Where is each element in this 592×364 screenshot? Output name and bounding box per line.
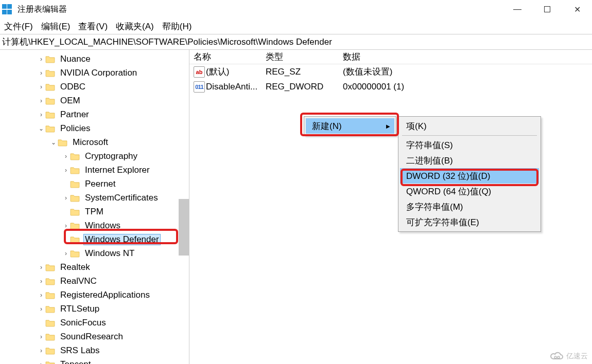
tree-scrollbar[interactable] [179,199,189,256]
context-menu-new: 新建(N) ▶ [304,116,396,136]
chevron-right-icon[interactable]: › [62,250,70,257]
titlebar: 注册表编辑器 — ✕ [0,0,592,19]
chevron-right-icon[interactable]: › [37,292,45,299]
chevron-right-icon[interactable]: › [37,56,45,63]
chevron-right-icon[interactable]: › [62,222,70,229]
tree-node[interactable]: ›Peernet [0,177,189,191]
tree-node[interactable]: ›RegisteredApplications [0,288,189,302]
chevron-right-icon[interactable]: › [62,167,70,174]
submenu-item[interactable]: QWORD (64 位)值(Q) [400,184,539,199]
folder-icon [70,166,80,174]
tree-node[interactable]: ›ODBC [0,80,189,94]
tree-node[interactable]: ›Windows [0,219,189,232]
chevron-right-icon[interactable]: › [37,305,45,313]
submenu-item-label: 多字符串值(M) [406,201,463,213]
col-header-name[interactable]: 名称 [189,51,262,63]
submenu-item[interactable]: 字符串值(S) [400,137,539,153]
folder-icon [45,111,56,119]
tree-node-label: RegisteredApplications [59,290,151,300]
tree-node[interactable]: ›Windows Defender [0,232,189,246]
tree-node[interactable]: ›RealVNC [0,274,189,288]
chevron-right-icon[interactable]: › [37,97,45,104]
tree-node[interactable]: ›RTLSetup [0,302,189,316]
tree-node-label: SRS Labs [59,345,101,356]
tree-node-label: Internet Explorer [83,165,151,175]
tree-node[interactable]: ›OEM [0,94,189,107]
chevron-right-icon[interactable]: › [62,153,70,160]
tree-node-label: Cryptography [83,151,139,161]
folder-icon [45,319,56,327]
folder-icon [70,249,80,258]
menubar: 文件(F) 编辑(E) 查看(V) 收藏夹(A) 帮助(H) [0,19,592,34]
tree-node[interactable]: ›Tencent [0,357,189,364]
chevron-right-icon[interactable]: › [37,333,45,340]
tree-node-label: Windows Defender [83,234,161,245]
submenu-item-label: 字符串值(S) [406,139,453,151]
submenu-item-label: DWORD (32 位)值(D) [406,170,490,182]
chevron-down-icon[interactable]: ⌄ [37,125,45,132]
submenu-item[interactable]: 多字符串值(M) [400,199,539,214]
chevron-right-icon[interactable]: › [37,69,45,77]
tree-node[interactable]: ›Cryptography [0,149,189,163]
list-row[interactable]: ab(默认)REG_SZ(数值未设置) [189,64,592,79]
tree-node[interactable]: ›Partner [0,107,189,121]
tree-node[interactable]: ›Internet Explorer [0,163,189,177]
tree-node[interactable]: ›NVIDIA Corporation [0,66,189,80]
submenu-item[interactable]: 二进制值(B) [400,153,539,168]
tree-node[interactable]: ›SystemCertificates [0,191,189,205]
tree-node-label: SystemCertificates [83,193,160,203]
context-menu-new-submenu: 项(K)字符串值(S)二进制值(B)DWORD (32 位)值(D)QWORD … [398,116,541,232]
submenu-item[interactable]: DWORD (32 位)值(D) [400,168,539,184]
chevron-right-icon[interactable]: › [37,361,45,365]
menu-favorites[interactable]: 收藏夹(A) [116,21,154,32]
context-menu-item-new[interactable]: 新建(N) ▶ [306,118,394,134]
col-header-data[interactable]: 数据 [339,51,592,63]
submenu-item[interactable]: 项(K) [400,118,539,134]
col-header-type[interactable]: 类型 [262,51,339,63]
tree-node[interactable]: ›TPM [0,205,189,219]
registry-tree: ›Nuance›NVIDIA Corporation›ODBC›OEM›Part… [0,50,189,364]
folder-icon [70,180,80,188]
menu-edit[interactable]: 编辑(E) [41,21,71,32]
list-row[interactable]: 011DisableAnti...REG_DWORD0x00000001 (1) [189,79,592,94]
chevron-right-icon[interactable]: › [37,278,45,285]
chevron-down-icon[interactable]: ⌄ [49,139,58,146]
address-bar[interactable]: 计算机\HKEY_LOCAL_MACHINE\SOFTWARE\Policies… [0,34,592,50]
submenu-item-label: 项(K) [406,120,427,132]
close-button[interactable]: ✕ [562,0,592,19]
chevron-right-icon[interactable]: › [37,111,45,118]
menu-help[interactable]: 帮助(H) [162,21,192,32]
app-icon [2,4,12,14]
chevron-right-icon: ▶ [386,123,390,129]
tree-node[interactable]: ›Realtek [0,260,189,274]
submenu-item[interactable]: 可扩充字符串值(E) [400,214,539,230]
minimize-button[interactable]: — [502,0,532,19]
svg-point-0 [554,356,556,358]
window-title: 注册表编辑器 [18,4,67,15]
chevron-right-icon[interactable]: › [62,194,70,202]
cloud-icon [550,352,564,361]
tree-node-label: Peernet [83,179,117,189]
folder-icon [45,347,56,355]
folder-icon [45,83,56,91]
tree-node[interactable]: ›Windows NT [0,246,189,260]
chevron-right-icon[interactable]: › [37,347,45,354]
tree-node[interactable]: ›SRS Labs [0,343,189,357]
tree-node[interactable]: ›SonicFocus [0,316,189,330]
binary-value-icon: 011 [194,81,205,93]
chevron-right-icon[interactable]: › [37,264,45,271]
folder-icon [70,194,80,202]
maximize-button[interactable] [532,0,562,19]
tree-node[interactable]: ⌄Microsoft [0,135,189,149]
tree-node-label: RealVNC [59,276,98,286]
menu-view[interactable]: 查看(V) [78,21,108,32]
folder-icon [45,97,56,105]
tree-node[interactable]: ⌄Policies [0,121,189,135]
value-name: DisableAnti... [206,82,257,92]
chevron-right-icon[interactable]: › [37,83,45,90]
tree-node[interactable]: ›Nuance [0,52,189,66]
tree-node[interactable]: ›SoundResearch [0,330,189,343]
tree-node-label: NVIDIA Corporation [59,68,138,78]
menu-file[interactable]: 文件(F) [4,21,33,32]
submenu-item-label: QWORD (64 位)值(Q) [406,186,491,197]
